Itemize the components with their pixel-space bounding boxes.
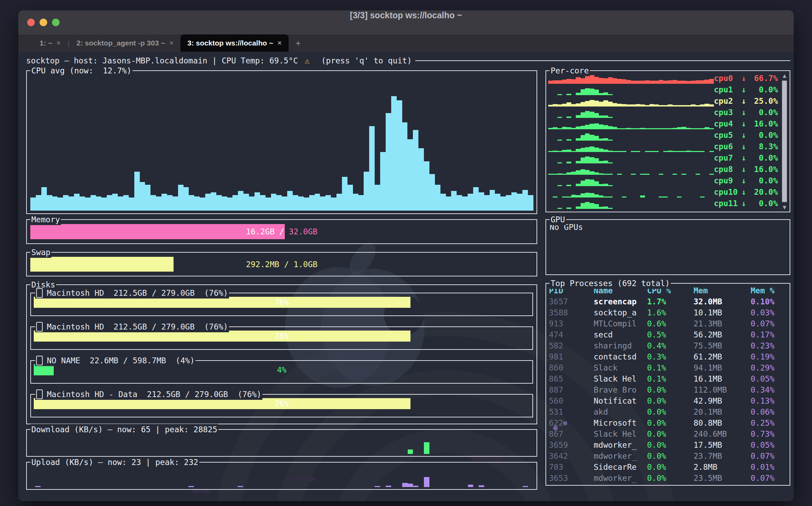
- process-row[interactable]: 703SidecarRe0.0%2.8MB0.01%: [549, 462, 786, 473]
- process-mem: 42.9MB: [694, 395, 742, 406]
- zoom-window-button[interactable]: [52, 19, 60, 26]
- tab-3[interactable]: 3: socktop ws://localho ~×: [180, 34, 289, 52]
- per-core-sparkline: [548, 85, 714, 95]
- per-core-sparkline: [548, 108, 714, 118]
- sparkline-bar: [548, 128, 553, 130]
- process-row[interactable]: 887Brave Bro0.0%112.0MB0.34%: [549, 384, 786, 395]
- process-row[interactable]: 474secd0.5%56.2MB0.17%: [549, 329, 786, 340]
- core-load-value: 0.0%: [750, 153, 778, 163]
- terminal-window: [3/3] socktop ws://localho ~ 1: ~×|2: so…: [18, 10, 794, 501]
- cpu-history-bar: [200, 198, 205, 211]
- sparkline-bar: [700, 128, 705, 129]
- sparkline-bar: [626, 104, 631, 107]
- sparkline-bar: [663, 81, 668, 84]
- cpu-history-chart: [30, 81, 533, 211]
- process-row[interactable]: 3653mdworker_0.0%23.5MB0.07%: [549, 473, 786, 484]
- scrollbar-track[interactable]: [782, 80, 787, 203]
- sparkline-bar: [548, 174, 553, 175]
- cpu-history-bar: [418, 148, 424, 211]
- swap-gauge: 292.2MB / 1.0GB: [30, 257, 533, 272]
- cpu-history-bar: [58, 198, 63, 211]
- sparkline-bar: [622, 128, 626, 129]
- close-window-button[interactable]: [27, 19, 35, 26]
- per-core-sparkline: [548, 164, 714, 175]
- minimize-window-button[interactable]: [40, 19, 47, 26]
- disk-item-title: Macintosh HD 212.5GB / 279.0GB (76%): [35, 287, 229, 298]
- new-tab-button[interactable]: +: [295, 38, 301, 49]
- sparkline-bar: [576, 184, 580, 186]
- tab-2[interactable]: 2: socktop_agent -p 303 ~×: [70, 34, 180, 52]
- sparkline-bar: [691, 151, 695, 152]
- process-name: Slack: [594, 362, 647, 373]
- sparkline-bar: [673, 80, 677, 84]
- per-core-label: cpu4↓16.0%: [714, 119, 778, 129]
- process-mem: 10.1MB: [694, 307, 742, 318]
- sparkline-bar: [686, 128, 691, 130]
- process-mem-pct: 0.07%: [742, 451, 786, 462]
- process-mem: 240.6MB: [694, 428, 742, 439]
- sparkline-bar: [585, 111, 590, 118]
- sparkline-bar: [558, 117, 562, 118]
- sparkline-bar: [562, 80, 566, 84]
- tab-close-icon[interactable]: ×: [56, 39, 61, 48]
- cpu-history-bar: [435, 185, 440, 211]
- sparkline-bar: [548, 81, 553, 84]
- process-mem: 21.3MB: [694, 318, 742, 329]
- core-load-value: 8.3%: [750, 141, 778, 152]
- sparkline-bar: [691, 128, 695, 129]
- process-row[interactable]: 3659mdworker_0.0%17.5MB0.05%: [549, 439, 786, 451]
- process-mem-pct: 0.03%: [742, 307, 786, 318]
- process-mem-pct: 0.19%: [742, 351, 786, 362]
- process-pid: 622: [549, 417, 594, 428]
- process-row[interactable]: 531akd0.0%20.1MB0.06%: [549, 406, 786, 417]
- process-cpu: 0.5%: [647, 329, 694, 340]
- upload-bar: [479, 485, 484, 487]
- process-pid: 865: [549, 373, 594, 384]
- header-divider: [415, 60, 790, 61]
- sparkline-bar: [581, 148, 585, 152]
- process-row[interactable]: 560Notificat0.0%42.9MB0.13%: [549, 395, 786, 406]
- process-mem: 20.1MB: [694, 406, 742, 417]
- sparkline-bar: [608, 185, 613, 186]
- sparkline-bar: [696, 105, 700, 107]
- process-row[interactable]: 3657screencap1.7%32.0MB0.10%: [549, 296, 786, 307]
- cpu-history-bar: [107, 195, 112, 211]
- scroll-up-icon[interactable]: ▲: [783, 71, 786, 80]
- tab-close-icon[interactable]: ×: [169, 39, 174, 48]
- per-core-scrollbar[interactable]: ▲ ▼: [780, 71, 789, 212]
- process-row[interactable]: 867Slack Hel0.0%240.6MB0.73%: [549, 428, 786, 439]
- scrollbar-thumb[interactable]: [782, 81, 787, 202]
- core-load-value: 16.0%: [750, 119, 778, 129]
- cpu-history-bar: [336, 194, 342, 211]
- sparkline-bar: [581, 193, 585, 198]
- process-name: akd: [594, 406, 647, 417]
- process-row[interactable]: 3642mdworker_0.0%23.7MB0.07%: [549, 451, 786, 462]
- sparkline-bar: [594, 101, 599, 107]
- sparkline-bar: [594, 158, 599, 163]
- top-processes-title: Top Processes (692 total): [550, 278, 671, 289]
- sparkline-bar: [603, 196, 608, 198]
- process-row[interactable]: 865Slack Hel0.1%16.1MB0.05%: [549, 373, 786, 384]
- process-row[interactable]: 913MTLCompil0.6%21.3MB0.07%: [549, 318, 786, 329]
- tab-close-icon[interactable]: ×: [277, 39, 282, 48]
- process-row[interactable]: 3588socktop_a1.6%10.1MB0.03%: [549, 307, 786, 318]
- process-row[interactable]: 582sharingd0.4%75.5MB0.23%: [549, 340, 786, 351]
- cpu-history-bar: [271, 194, 277, 211]
- disk-item-title: NO NAME 22.6MB / 598.7MB (4%): [35, 355, 196, 366]
- disk-icon: [36, 322, 43, 332]
- process-row[interactable]: 622Microsoft0.0%80.8MB0.25%: [549, 417, 786, 428]
- sparkline-bar: [553, 80, 557, 84]
- cpu-history-bar: [189, 195, 194, 211]
- cpu-history-bar: [380, 152, 386, 211]
- tab-1[interactable]: 1: ~×: [33, 34, 68, 52]
- memory-used-value: 16.2GB /: [246, 227, 284, 236]
- process-row[interactable]: 860Slack0.1%94.1MB0.29%: [549, 362, 786, 373]
- process-row[interactable]: 981contactsd0.3%61.2MB0.19%: [549, 351, 786, 362]
- sparkline-bar: [590, 146, 594, 152]
- process-name: mdworker_: [594, 451, 647, 462]
- scroll-down-icon[interactable]: ▼: [783, 203, 786, 212]
- sparkline-bar: [668, 151, 672, 152]
- sparkline-bar: [594, 181, 599, 186]
- cpu-history-bar: [511, 192, 517, 211]
- upload-bar: [424, 477, 429, 487]
